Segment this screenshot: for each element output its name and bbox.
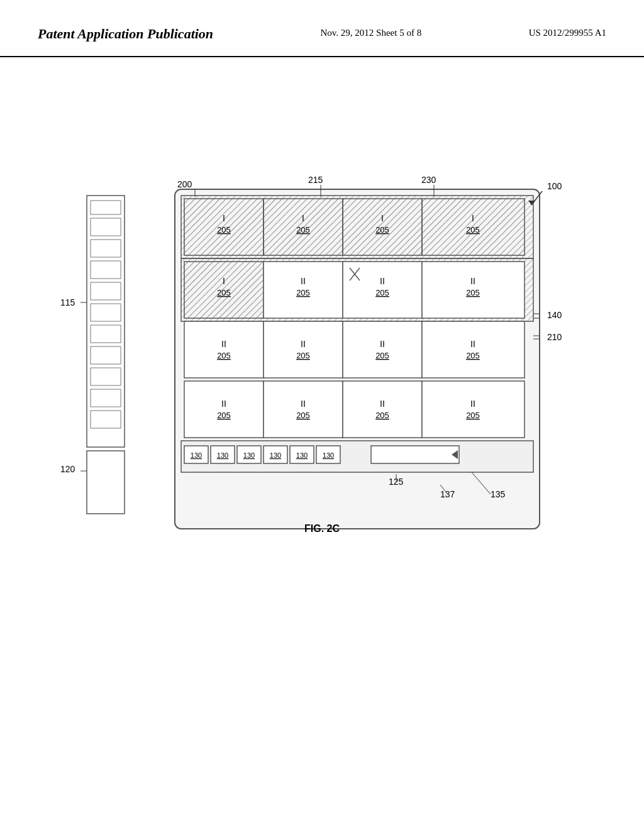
diagram-svg: I 205 I 205 I 205 I 205 I 205 II 205 II …: [0, 57, 644, 812]
svg-rect-28: [422, 321, 525, 378]
publication-number: US 2012/299955 A1: [529, 25, 606, 38]
svg-rect-20: [181, 258, 533, 321]
svg-text:130: 130: [323, 451, 334, 459]
svg-rect-13: [87, 451, 125, 514]
svg-rect-26: [264, 321, 343, 378]
svg-rect-7: [91, 304, 121, 321]
svg-text:200: 200: [177, 179, 192, 189]
svg-rect-38: [290, 446, 314, 463]
svg-rect-34: [184, 446, 208, 463]
svg-text:205: 205: [466, 288, 480, 297]
svg-text:II: II: [470, 399, 475, 409]
svg-rect-3: [91, 218, 121, 236]
svg-rect-35: [211, 446, 235, 463]
svg-rect-39: [316, 446, 340, 463]
svg-text:II: II: [301, 276, 306, 286]
svg-text:130: 130: [243, 451, 255, 459]
svg-line-107: [350, 268, 360, 280]
svg-text:205: 205: [296, 351, 310, 360]
svg-text:I: I: [472, 213, 474, 223]
svg-text:205: 205: [217, 288, 231, 297]
svg-rect-8: [91, 325, 121, 343]
page-header: Patent Application Publication Nov. 29, …: [0, 0, 644, 57]
svg-rect-40: [371, 446, 459, 463]
svg-rect-15: [181, 196, 533, 258]
svg-rect-23: [343, 262, 422, 318]
svg-marker-41: [452, 450, 458, 459]
svg-text:205: 205: [217, 351, 231, 360]
svg-rect-17: [264, 199, 343, 255]
svg-rect-11: [91, 389, 121, 407]
diagram-area: I 205 I 205 I 205 I 205 I 205 II 205 II …: [0, 57, 644, 812]
svg-text:205: 205: [217, 411, 231, 420]
svg-text:205: 205: [375, 225, 389, 235]
svg-rect-12: [91, 411, 121, 428]
svg-line-88: [531, 191, 542, 205]
svg-line-103: [472, 472, 491, 494]
svg-text:130: 130: [217, 451, 228, 459]
svg-text:I: I: [302, 213, 304, 223]
svg-text:II: II: [470, 276, 475, 286]
svg-marker-89: [528, 201, 535, 205]
svg-text:205: 205: [466, 351, 480, 360]
svg-text:140: 140: [547, 310, 562, 320]
svg-text:205: 205: [296, 288, 310, 297]
svg-line-101: [440, 485, 448, 494]
svg-rect-37: [264, 446, 287, 463]
svg-rect-22: [264, 262, 343, 318]
publication-title: Patent Application Publication: [38, 25, 213, 43]
svg-rect-31: [343, 381, 422, 438]
svg-text:II: II: [380, 276, 385, 286]
svg-text:100: 100: [547, 181, 562, 191]
svg-text:II: II: [380, 399, 385, 409]
svg-rect-27: [343, 321, 422, 378]
svg-text:I: I: [381, 213, 384, 223]
svg-text:120: 120: [60, 464, 75, 474]
svg-rect-10: [91, 368, 121, 385]
svg-rect-36: [237, 446, 261, 463]
svg-rect-5: [91, 261, 121, 279]
svg-text:II: II: [301, 339, 306, 349]
svg-rect-19: [422, 199, 525, 255]
svg-text:215: 215: [308, 175, 323, 185]
svg-text:205: 205: [466, 411, 480, 420]
svg-text:II: II: [470, 339, 475, 349]
svg-text:II: II: [221, 339, 226, 349]
svg-text:FIG. 2C: FIG. 2C: [304, 523, 340, 534]
svg-text:130: 130: [270, 451, 281, 459]
svg-text:205: 205: [296, 411, 310, 420]
svg-text:205: 205: [296, 225, 310, 235]
svg-rect-4: [91, 240, 121, 257]
svg-rect-29: [184, 381, 264, 438]
svg-rect-24: [422, 262, 525, 318]
svg-text:137: 137: [440, 489, 455, 499]
svg-rect-25: [184, 321, 264, 378]
svg-text:I: I: [223, 276, 225, 286]
svg-text:205: 205: [375, 411, 389, 420]
svg-text:II: II: [221, 399, 226, 409]
svg-text:130: 130: [296, 451, 308, 459]
svg-rect-21: [184, 262, 264, 318]
svg-text:130: 130: [191, 451, 202, 459]
svg-rect-32: [422, 381, 525, 438]
svg-rect-0: [175, 189, 540, 529]
svg-text:205: 205: [375, 351, 389, 360]
svg-rect-1: [87, 196, 125, 447]
svg-text:210: 210: [547, 332, 562, 342]
svg-rect-30: [264, 381, 343, 438]
svg-text:I: I: [223, 213, 225, 223]
svg-text:205: 205: [217, 225, 231, 235]
svg-text:135: 135: [491, 489, 506, 499]
svg-rect-33: [181, 441, 533, 472]
svg-text:125: 125: [389, 477, 404, 487]
svg-text:205: 205: [466, 225, 480, 235]
publication-date-sheet: Nov. 29, 2012 Sheet 5 of 8: [321, 25, 422, 38]
svg-line-108: [350, 268, 360, 280]
svg-text:205: 205: [375, 288, 389, 297]
svg-text:115: 115: [60, 297, 75, 307]
svg-rect-18: [343, 199, 422, 255]
svg-rect-6: [91, 282, 121, 300]
svg-text:230: 230: [421, 175, 436, 185]
svg-rect-16: [184, 199, 264, 255]
svg-rect-9: [91, 346, 121, 364]
